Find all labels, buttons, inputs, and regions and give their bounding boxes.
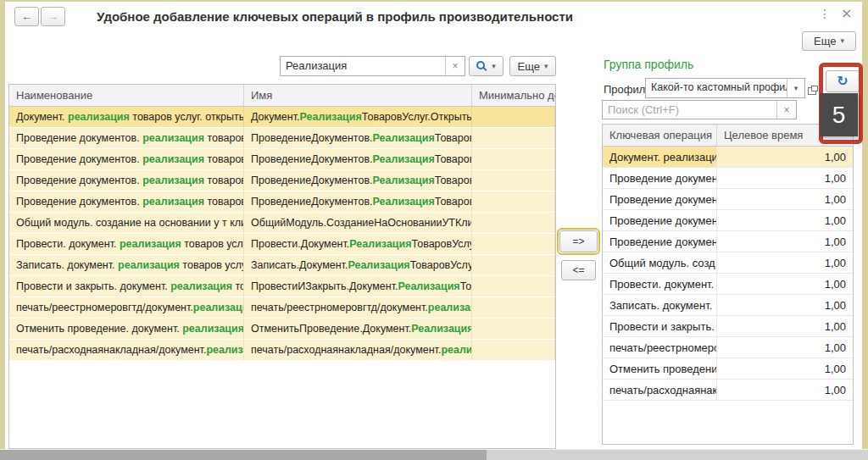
window-h-scrollbar[interactable] (0, 450, 868, 460)
clear-search-icon[interactable]: × (776, 101, 796, 119)
window-frame-top (0, 0, 868, 2)
table-row[interactable]: Общий модуль. созд...1,00 (603, 252, 853, 274)
table-header: Ключевая операция Целевое время (603, 125, 853, 147)
table-row[interactable]: Записать. документ. ...1,00 (603, 295, 853, 316)
table-row[interactable]: Отменить проведение. документ. реализаци… (9, 319, 555, 340)
chevron-down-icon: ▾ (840, 37, 844, 45)
forward-button[interactable]: → (41, 7, 65, 26)
search-input[interactable]: Реализация × (280, 56, 465, 76)
window-more-button[interactable]: Еще ▾ (802, 31, 856, 51)
table-row[interactable]: Проведение документов. реализация товаро… (9, 170, 555, 191)
table-row[interactable]: Провести. документ. ...1,00 (603, 274, 853, 295)
close-icon[interactable]: × (841, 5, 852, 21)
profile-combobox[interactable]: Какой-то кастомный профиль ▾ (645, 78, 805, 98)
add-to-profile-button[interactable]: => (559, 230, 598, 252)
table-row[interactable]: Провести. документ. реализация товаров у… (9, 234, 555, 255)
table-row[interactable]: Проведение докумен...1,00 (603, 189, 853, 210)
left-more-button[interactable]: Еще ▾ (509, 56, 556, 76)
profile-value[interactable]: Какой-то кастомный профиль (646, 79, 787, 97)
chevron-down-icon: ▾ (544, 63, 548, 70)
back-icon: ← (21, 10, 32, 23)
column-header-internal-name[interactable]: Имя (244, 85, 472, 106)
page-title: Удобное добавление ключевых операций в п… (97, 9, 573, 24)
window-frame-right (862, 0, 868, 450)
window-h-scrollbar-thumb[interactable] (0, 450, 487, 460)
table-row[interactable]: Проведение документов. реализация товаро… (9, 149, 555, 170)
combo-dropdown[interactable]: ▾ (787, 79, 804, 97)
table-row[interactable]: Записать. документ. реализация товаров у… (9, 255, 555, 276)
kebab-icon[interactable]: ⋮ (819, 7, 831, 20)
search-value[interactable]: Реализация (281, 57, 445, 75)
profile-operations-table: Ключевая операция Целевое время Документ… (602, 124, 854, 445)
operations-table: Наименование Имя Минимально допу Докумен… (8, 84, 556, 449)
table-row[interactable]: Проведение докумен...1,00 (603, 210, 853, 231)
add-arrow-label: => (572, 236, 584, 247)
table-row[interactable]: Документ. реализация товаров услуг. откр… (9, 107, 555, 128)
table-row[interactable]: Отменить проведени...1,00 (603, 358, 853, 380)
clear-search-icon[interactable]: × (445, 57, 465, 75)
table-row[interactable]: печать/реестрномеровгтд/документ.реализа… (9, 297, 555, 319)
group-title: Группа профиль (604, 58, 693, 71)
table-row[interactable]: Проведение документов. реализация товаро… (9, 191, 555, 213)
column-header-name[interactable]: Наименование (9, 85, 244, 106)
remove-from-profile-button[interactable]: <= (561, 260, 596, 280)
table-row[interactable]: Провести и закрыть. документ. реализация… (9, 276, 555, 297)
window-frame-left (0, 0, 5, 450)
column-header-key-operation[interactable]: Ключевая операция (603, 125, 717, 146)
table-row[interactable]: Проведение документов. реализация товаро… (9, 128, 555, 149)
more-label: Еще (518, 60, 540, 73)
open-icon[interactable] (808, 86, 818, 95)
chevron-down-icon: ▾ (794, 85, 798, 92)
chevron-down-icon: ▾ (492, 63, 496, 70)
remove-arrow-label: <= (572, 264, 584, 276)
table-row[interactable]: печать/расходнаянакладная/документ.реали… (9, 340, 555, 361)
app-window: ← → Удобное добавление ключевых операций… (0, 0, 868, 460)
more-label: Еще (814, 35, 836, 47)
right-table-body: Документ. реализаци...1,00Проведение док… (603, 147, 853, 401)
table-header: Наименование Имя Минимально допу (9, 85, 555, 107)
search-button[interactable]: ▾ (469, 56, 504, 76)
table-row[interactable]: Проведение докумен...1,00 (603, 231, 853, 252)
table-row[interactable]: печать/расходнаянак...1,00 (603, 380, 853, 401)
annotation-step-badge: 5 (820, 93, 858, 136)
profile-search-input[interactable]: Поиск (Ctrl+F) × (602, 100, 797, 119)
search-icon (476, 61, 487, 72)
back-button[interactable]: ← (14, 7, 39, 26)
table-row[interactable]: Провести и закрыть. ...1,00 (603, 316, 853, 337)
table-row[interactable]: Проведение докумен...1,00 (603, 168, 853, 189)
left-table-body: Документ. реализация товаров услуг. откр… (9, 107, 555, 361)
profile-search-placeholder[interactable]: Поиск (Ctrl+F) (603, 101, 776, 119)
column-header-min-time[interactable]: Минимально допу (472, 85, 555, 106)
forward-icon: → (47, 10, 58, 23)
table-row[interactable]: Общий модуль. создание на основании у т … (9, 213, 555, 234)
table-row[interactable]: Документ. реализаци...1,00 (603, 147, 853, 168)
table-row[interactable]: печать/реестрномеро...1,00 (603, 337, 853, 358)
